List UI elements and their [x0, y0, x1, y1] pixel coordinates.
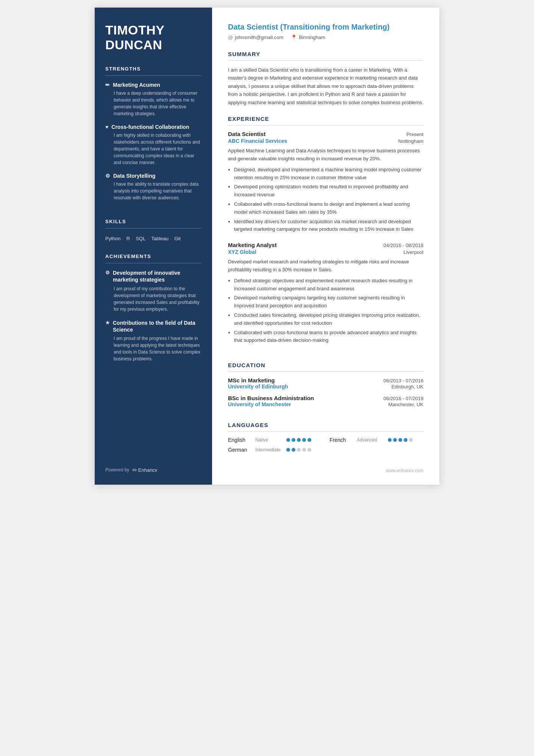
exp-item-1: Data Scientist Present ABC Financial Ser…	[228, 131, 423, 233]
languages-title: LANGUAGES	[228, 422, 423, 428]
location-icon: 📍	[291, 34, 297, 40]
languages-section: LANGUAGES English Native	[228, 422, 423, 453]
lang-dot-e3	[297, 438, 301, 442]
lang-dot-f1	[388, 438, 392, 442]
sidebar-footer: Powered by ∞ Enhancv	[105, 459, 201, 473]
achievement-title-2: ★ Contributions to the field of Data Sci…	[105, 319, 201, 333]
exp-header-2: Marketing Analyst 04/2016 - 08/2018	[228, 242, 423, 248]
exp-bullet-1-2: Developed pricing optimization models th…	[234, 183, 423, 199]
languages-grid: English Native French Advanced	[228, 437, 423, 453]
edu-school-row-1: University of Edinburgh Edinburgh, UK	[228, 383, 423, 390]
email-icon: @	[228, 34, 233, 40]
person2-icon: ⚙	[105, 270, 110, 276]
edu-location-2: Manchester, UK	[389, 402, 424, 407]
exp-company-1: ABC Financial Services	[228, 138, 287, 144]
lang-name-english: English	[228, 437, 251, 443]
edu-item-2: BSc in Business Administration 06/2016 -…	[228, 395, 423, 407]
achievements-divider	[105, 263, 201, 263]
lang-dot-g4	[302, 448, 306, 452]
skills-list: Python· R· SQL· Tableau· Git	[105, 235, 201, 243]
lang-dot-e1	[286, 438, 290, 442]
strength-desc-1: I have a deep understanding of consumer …	[105, 90, 201, 117]
exp-company-row-1: ABC Financial Services Nottingham	[228, 138, 423, 144]
strength-desc-2: I am highly skilled in collaborating wit…	[105, 132, 201, 166]
lang-name-german: German	[228, 447, 251, 453]
lang-dot-e4	[302, 438, 306, 442]
edu-degree-1: MSc in Marketing	[228, 377, 275, 383]
edu-degree-2: BSc in Business Administration	[228, 395, 314, 401]
lang-item-french: French Advanced	[329, 437, 423, 443]
achievements-section: ACHIEVEMENTS ⚙ Development of innovative…	[105, 254, 201, 369]
lang-dot-g5	[308, 448, 311, 452]
resume-wrapper: TIMOTHY DUNCAN STRENGTHS ✏ Marketing Acu…	[95, 8, 439, 485]
main-footer: www.enhancv.com	[228, 462, 423, 473]
strength-item-3: ⚙ Data Storytelling I have the ability t…	[105, 173, 201, 201]
exp-bullet-2-4: Collaborated with cross-functional teams…	[234, 329, 423, 345]
exp-bullet-2-3: Conducted sales forecasting, developed p…	[234, 311, 423, 327]
skill-sql: SQL	[136, 236, 145, 241]
skills-divider	[105, 228, 201, 229]
strength-title-1: ✏ Marketing Acumen	[105, 82, 201, 88]
strength-item-2: ♥ Cross-functional Collaboration I am hi…	[105, 124, 201, 166]
lang-dots-german	[286, 448, 311, 452]
achievement-desc-2: I am proud of the progress I have made i…	[105, 335, 201, 362]
exp-company-2: XYZ Global	[228, 249, 256, 255]
summary-text: I am a skilled Data Scientist who is tra…	[228, 66, 423, 106]
exp-date-1: Present	[406, 131, 423, 137]
education-section: EDUCATION MSc in Marketing 06/2013 - 07/…	[228, 362, 423, 413]
enhancv-logo: ∞ Enhancv	[132, 466, 157, 473]
person-icon: ⚙	[105, 173, 110, 179]
summary-section: SUMMARY I am a skilled Data Scientist wh…	[228, 51, 423, 106]
skill-r: R	[126, 236, 130, 241]
skill-tableau: Tableau	[151, 236, 169, 241]
name-line1: TIMOTHY	[105, 23, 164, 37]
achievement-desc-1: I am proud of my contribution to the dev…	[105, 285, 201, 313]
lang-dot-e5	[308, 438, 311, 442]
strengths-title: STRENGTHS	[105, 66, 201, 72]
exp-bullet-1-1: Designed, developed and implemented a ma…	[234, 166, 423, 182]
achievements-title: ACHIEVEMENTS	[105, 254, 201, 259]
lang-dot-e2	[292, 438, 295, 442]
exp-bullet-2-1: Defined strategic objectives and impleme…	[234, 277, 423, 293]
pencil-icon: ✏	[105, 82, 110, 88]
edu-school-2: University of Manchester	[228, 401, 291, 407]
exp-role-1: Data Scientist	[228, 131, 265, 137]
skills-title: SKILLS	[105, 219, 201, 224]
exp-date-2: 04/2016 - 08/2018	[383, 243, 423, 248]
lang-item-german: German Intermediate	[228, 447, 322, 453]
achievement-item-2: ★ Contributions to the field of Data Sci…	[105, 319, 201, 362]
lang-name-french: French	[329, 437, 352, 443]
email-value: johnsmith@gmail.com	[235, 34, 283, 40]
edu-header-1: MSc in Marketing 06/2013 - 07/2016	[228, 377, 423, 383]
experience-title: EXPERIENCE	[228, 116, 423, 122]
achievement-item-1: ⚙ Development of innovative marketing st…	[105, 269, 201, 312]
lang-level-english: Native	[255, 437, 282, 443]
languages-divider	[228, 431, 423, 432]
website-url: www.enhancv.com	[386, 468, 423, 473]
strength-title-3: ⚙ Data Storytelling	[105, 173, 201, 179]
lang-dot-f3	[398, 438, 402, 442]
lang-dot-f2	[393, 438, 397, 442]
lang-dot-g1	[286, 448, 290, 452]
skill-git: Git	[174, 236, 181, 241]
email-contact: @ johnsmith@gmail.com	[228, 34, 283, 40]
name-line2: DUNCAN	[105, 38, 162, 52]
summary-divider	[228, 60, 423, 61]
experience-divider	[228, 125, 423, 125]
education-title: EDUCATION	[228, 362, 423, 368]
skills-section: SKILLS Python· R· SQL· Tableau· Git	[105, 219, 201, 243]
experience-section: EXPERIENCE Data Scientist Present ABC Fi…	[228, 116, 423, 353]
strengths-section: STRENGTHS ✏ Marketing Acumen I have a de…	[105, 66, 201, 208]
edu-item-1: MSc in Marketing 06/2013 - 07/2016 Unive…	[228, 377, 423, 390]
exp-bullet-1-4: Identified key drivers for customer acqu…	[234, 218, 423, 234]
main-content: Data Scientist (Transitioning from Marke…	[212, 8, 439, 485]
exp-role-2: Marketing Analyst	[228, 242, 277, 248]
location-contact: 📍 Birmingham	[291, 34, 325, 40]
edu-school-row-2: University of Manchester Manchester, UK	[228, 401, 423, 407]
lang-dot-g2	[292, 448, 295, 452]
enhancv-brand: Enhancv	[138, 467, 158, 473]
edu-date-1: 06/2013 - 07/2016	[383, 378, 423, 383]
skill-python: Python	[105, 236, 120, 241]
exp-location-2: Liverpool	[403, 249, 423, 255]
strength-desc-3: I have the ability to translate complex …	[105, 181, 201, 201]
